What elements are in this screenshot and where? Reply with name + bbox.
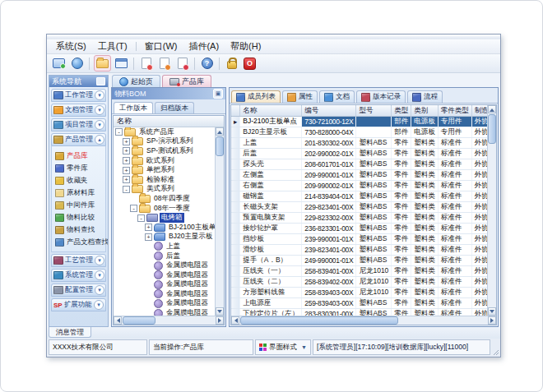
tree-item-单把系列[interactable]: +单把系列	[114, 165, 215, 175]
tree-item-SP-演示机系列[interactable]: +SP-演示机系列	[114, 137, 215, 147]
tree-item-金属膜电阻器[interactable]: 金属膜电阻器	[114, 289, 215, 299]
sidebar-options-icon[interactable]	[96, 77, 105, 85]
sidebar-item-产品文档查找[interactable]: 产品文档查找	[55, 236, 105, 248]
table-row[interactable]: 上电源座259-839403-00X塑料ABS零件塑料类标准件外协条	[231, 298, 487, 309]
detail-tab-文档[interactable]: 文档	[319, 90, 355, 103]
menu-item-1[interactable]: 系统(S)	[50, 39, 92, 53]
table-row[interactable]: ▸BJ-2100主板单点730-721000-12X部件电源板专用件外协颗	[231, 117, 487, 127]
tree-horizontal-scrollbar[interactable]	[114, 316, 224, 325]
window-view-button[interactable]	[114, 56, 129, 71]
scroll-up-icon[interactable]	[488, 105, 496, 113]
report-page-red-button[interactable]	[138, 56, 154, 71]
report-page-orange-button[interactable]	[156, 56, 172, 71]
table-row[interactable]: 压线夹（二）258-839402-00X尼龙1010零件塑料类标准件外协条	[231, 277, 487, 288]
table-horizontal-scrollbar[interactable]	[231, 316, 496, 325]
collapse-icon[interactable]: -	[130, 205, 137, 212]
open-library-folder-button[interactable]	[94, 55, 111, 71]
tree-scroll-thumb[interactable]	[216, 136, 224, 156]
browser-globe-button[interactable]	[69, 56, 85, 71]
table-row[interactable]: 后盖202-990002-01X塑料ABS零件塑料类标准件外协条	[231, 149, 487, 159]
table-row[interactable]: 压线夹（一）258-839401-00X尼龙1010零件塑料类标准件外协条	[231, 266, 487, 277]
report-page-mark-button[interactable]	[174, 56, 190, 71]
table-row[interactable]: 下纱定位片（左）283-830301-00X塑料ABS零件塑料类标准件外协条	[231, 309, 487, 316]
sidebar-group-扩展功能[interactable]: SP扩展功能▾	[51, 298, 106, 311]
sidebar-group-产品管理[interactable]: 产品管理▴	[51, 133, 106, 146]
table-row[interactable]: 磁钢盖214-839404-01X塑料ABS零件塑料类标准件外协条	[231, 191, 487, 202]
menu-item-4[interactable]: 插件(A)	[183, 39, 225, 53]
sidebar-group-工艺管理[interactable]: 工艺管理▾	[51, 254, 106, 267]
sidebar-item-收藏夹[interactable]: 收藏夹	[55, 174, 105, 187]
tree-item-金属膜电阻器[interactable]: 金属膜电阻器	[114, 270, 215, 280]
sidebar-group-工作管理[interactable]: 工作管理▾	[51, 89, 106, 102]
sidebar-item-零件库[interactable]: 零件库	[55, 162, 105, 174]
detail-tab-版本记录[interactable]: 版本记录	[356, 90, 406, 103]
workspace-button[interactable]	[51, 56, 67, 71]
menu-item-3[interactable]: 窗口(W)	[139, 39, 183, 53]
column-header-零件类型[interactable]: 零件类型	[438, 105, 471, 117]
tree-item-检验标准[interactable]: +检验标准	[114, 175, 215, 185]
tree-item-后盖[interactable]: 后盖	[114, 251, 215, 261]
column-header-型号[interactable]: 型号	[356, 105, 392, 117]
column-header-类别[interactable]: 类别	[411, 105, 439, 117]
tree-item-08年四季度[interactable]: 08年四季度	[114, 194, 215, 204]
table-row[interactable]: 探头壳208-601701-01X塑料ABS零件塑料类标准件外协条	[231, 159, 487, 170]
expand-icon[interactable]: +	[123, 167, 130, 174]
resize-grip[interactable]	[492, 339, 499, 355]
menu-item-2[interactable]: 工具(T)	[92, 39, 133, 53]
exit-button[interactable]: O	[242, 56, 258, 71]
scroll-right-icon[interactable]	[488, 316, 496, 325]
table-hscroll-thumb[interactable]	[240, 316, 398, 325]
table-scroll-thumb[interactable]	[488, 114, 496, 144]
chevron-down-icon[interactable]: ▾	[94, 300, 104, 310]
tree-item-金属膜电阻器[interactable]: 金属膜电阻器	[114, 299, 215, 309]
chevron-down-icon[interactable]: ▾	[95, 270, 104, 280]
scroll-down-icon[interactable]	[216, 307, 224, 316]
tree-column-header[interactable]: 名称	[114, 116, 224, 127]
tree-item-金属膜电阻器[interactable]: 金属膜电阻器	[114, 280, 215, 290]
table-row[interactable]: 长磁头支架229-823401-00X塑料ABS零件塑料类标准件外协条	[231, 202, 487, 213]
column-header-制造方式[interactable]: 制造方式	[471, 105, 487, 117]
detail-tab-属性[interactable]: 属性	[282, 90, 318, 103]
sidebar-item-原材料库[interactable]: 原材料库	[55, 187, 105, 199]
sidebar-group-项目管理[interactable]: 项目管理▾	[51, 118, 106, 131]
tree-item-08年一季度[interactable]: -08年一季度	[114, 204, 215, 214]
chevron-down-icon[interactable]: ▾	[95, 105, 104, 115]
tree-item-金属膜电阻器[interactable]: 金属膜电阻器	[114, 308, 215, 316]
message-management-tab[interactable]: 消息管理	[49, 327, 91, 338]
sidebar-item-产品库[interactable]: 产品库	[55, 150, 105, 162]
interface-style-selector[interactable]: 界面样式 ▼	[255, 339, 311, 355]
scroll-left-icon[interactable]	[231, 316, 239, 325]
lock-button[interactable]	[224, 56, 239, 71]
scroll-right-icon[interactable]	[216, 316, 224, 325]
table-row[interactable]: 上盖201-830302-00X塑料ABS零件塑料类标准件外协条	[231, 138, 487, 149]
table-row[interactable]: 提手（A．B）249-990001-01X塑料ABS零件塑料类标准件外协条	[231, 256, 487, 266]
expand-icon[interactable]: +	[123, 176, 130, 183]
expand-icon[interactable]: +	[145, 233, 152, 241]
sidebar-group-系统管理[interactable]: 系统管理▾	[51, 269, 106, 282]
expand-icon[interactable]: +	[123, 147, 130, 154]
sidebar-item-物料查找[interactable]: 物料查找	[55, 224, 105, 236]
bom-tab-工作版本[interactable]: 工作版本	[114, 102, 153, 113]
expand-icon[interactable]: +	[123, 157, 130, 164]
sidebar-item-中间件库[interactable]: 中间件库	[55, 199, 105, 211]
tree-item-欧式系列[interactable]: +欧式系列	[114, 156, 215, 166]
column-header-类型[interactable]: 类型	[392, 105, 411, 117]
chevron-down-icon[interactable]: ▾	[95, 120, 104, 130]
table-vertical-scrollbar[interactable]	[487, 105, 496, 316]
table-row[interactable]: BJ20主显示板730-828000-04X部件电源板专用件外协颗	[231, 127, 487, 138]
doc-tab-start-page[interactable]: 起始页	[112, 75, 160, 87]
chevron-down-icon[interactable]: ▾	[95, 90, 104, 100]
tree-hscroll-thumb[interactable]	[123, 316, 155, 325]
detail-tab-成员列表[interactable]: 成员列表	[231, 90, 281, 103]
scroll-left-icon[interactable]	[114, 316, 122, 325]
expand-icon[interactable]: +	[123, 138, 130, 145]
sidebar-group-配置管理[interactable]: 配置管理▾	[51, 284, 106, 297]
tree-item-金属膜电阻器[interactable]: 金属膜电阻器	[114, 261, 215, 270]
chevron-up-icon[interactable]: ▴	[95, 135, 104, 145]
table-row[interactable]: 左侧盖209-990001-01X塑料ABS零件塑料类标准件外协条	[231, 170, 487, 181]
scroll-up-icon[interactable]	[216, 127, 224, 136]
collapse-icon[interactable]: -	[137, 214, 145, 222]
scroll-down-icon[interactable]	[488, 307, 496, 316]
expand-icon[interactable]: +	[145, 224, 152, 231]
collapse-icon[interactable]: -	[115, 128, 123, 136]
